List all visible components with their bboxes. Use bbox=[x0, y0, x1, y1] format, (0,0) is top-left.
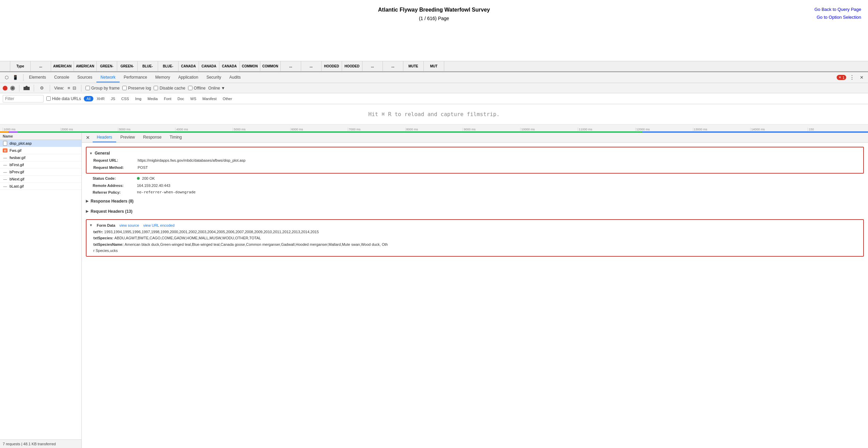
close-devtools-icon[interactable]: ✕ bbox=[858, 74, 865, 81]
page-icon bbox=[3, 141, 7, 146]
remote-address-value: 164.159.202.40:443 bbox=[137, 183, 170, 189]
view-url-encoded-link[interactable]: view URL encoded bbox=[143, 223, 174, 227]
group-by-frame-text: Group by frame bbox=[91, 86, 120, 91]
preserve-log-label[interactable]: Preserve log bbox=[122, 86, 151, 91]
filter-button[interactable]: ⚙ bbox=[38, 84, 46, 92]
tab-preview[interactable]: Preview bbox=[116, 133, 139, 142]
dash-icon: — bbox=[3, 184, 7, 188]
tree-view-icon[interactable]: ⊟ bbox=[72, 85, 77, 91]
view-source-link[interactable]: view source bbox=[119, 223, 139, 227]
chip-doc[interactable]: Doc bbox=[175, 96, 187, 101]
form-txtyr: txtYr: 1993,1994,1995,1996,1997,1998,199… bbox=[93, 229, 861, 235]
response-headers-title: Response Headers (8) bbox=[91, 199, 134, 204]
form-data-header[interactable]: ▼ Form Data view source view URL encoded bbox=[89, 222, 861, 229]
gif-icon-fws: 🖼 bbox=[3, 148, 7, 153]
form-txtspeciesname: txtSpeciesName: American black duck,Gree… bbox=[93, 241, 861, 248]
referrer-policy-value: no-referrer-when-downgrade bbox=[137, 190, 196, 195]
list-item[interactable]: — fwsbar.gif bbox=[0, 154, 81, 161]
error-x-icon: ✕ bbox=[838, 75, 841, 80]
chip-manifest[interactable]: Manifest bbox=[200, 96, 219, 101]
tl-14000: 14000 ms bbox=[750, 128, 808, 131]
more-options-icon[interactable]: ⋮ bbox=[848, 74, 856, 81]
chip-js[interactable]: JS bbox=[108, 96, 118, 101]
chip-xhr[interactable]: XHR bbox=[94, 96, 107, 101]
col-hooded1: HOODED bbox=[322, 61, 342, 71]
tab-memory[interactable]: Memory bbox=[151, 73, 174, 82]
tl-12000: 12000 ms bbox=[635, 128, 693, 131]
tab-network[interactable]: Network bbox=[96, 73, 120, 82]
col-common1: COMMON bbox=[240, 61, 260, 71]
hide-data-urls-label[interactable]: Hide data URLs bbox=[46, 96, 81, 101]
group-by-frame-label[interactable]: Group by frame bbox=[86, 86, 120, 91]
form-txtspecies-key: txtSpecies: bbox=[93, 236, 114, 240]
network-toolbar: ⚙ View: ≡ ⊟ Group by frame Preserve log … bbox=[0, 83, 868, 93]
chip-other[interactable]: Other bbox=[220, 96, 235, 101]
tl-1000: 1000 ms bbox=[3, 128, 60, 131]
chip-css[interactable]: CSS bbox=[119, 96, 132, 101]
request-url-value: https://migbirdapps.fws.gov/mbdc/databas… bbox=[138, 158, 246, 163]
general-section-header[interactable]: ▼ General bbox=[89, 149, 861, 157]
tab-response[interactable]: Response bbox=[139, 133, 166, 142]
tab-console[interactable]: Console bbox=[50, 73, 73, 82]
tl-7000: 7000 ms bbox=[348, 128, 405, 131]
camera-icon[interactable] bbox=[24, 86, 30, 91]
tl-4000: 4000 ms bbox=[175, 128, 233, 131]
tab-audits[interactable]: Audits bbox=[225, 73, 245, 82]
col-american1: AMERICAN bbox=[51, 61, 74, 71]
tab-headers[interactable]: Headers bbox=[93, 133, 116, 142]
list-item[interactable]: — bLast.gif bbox=[0, 183, 81, 190]
page-content: Atlantic Flyway Breeding Waterfowl Surve… bbox=[0, 0, 868, 61]
list-item[interactable]: — bFirst.gif bbox=[0, 161, 81, 169]
offline-label[interactable]: Offline bbox=[188, 86, 205, 91]
tab-performance[interactable]: Performance bbox=[120, 73, 151, 82]
request-name: disp_plot.asp bbox=[10, 141, 32, 145]
disable-cache-checkbox[interactable] bbox=[154, 86, 158, 90]
record-button[interactable] bbox=[3, 86, 7, 91]
disable-cache-label[interactable]: Disable cache bbox=[154, 86, 185, 91]
link-option-selection[interactable]: Go to Option Selection bbox=[815, 15, 861, 20]
tab-timing[interactable]: Timing bbox=[166, 133, 186, 142]
device-toolbar-icon[interactable]: 📱 bbox=[12, 74, 19, 81]
chip-ws[interactable]: WS bbox=[188, 96, 199, 101]
details-panel: ✕ Headers Preview Response Timing ▼ Gene… bbox=[82, 133, 868, 448]
hide-data-urls-checkbox[interactable] bbox=[46, 96, 51, 101]
stop-button[interactable] bbox=[10, 86, 15, 91]
timeline-orange bbox=[0, 131, 9, 133]
online-text: Online bbox=[208, 86, 220, 91]
group-by-frame-checkbox[interactable] bbox=[86, 86, 90, 90]
preserve-log-checkbox[interactable] bbox=[122, 86, 127, 90]
filter-input[interactable] bbox=[3, 95, 44, 102]
link-back-to-query[interactable]: Go Back to Query Page bbox=[815, 7, 861, 12]
form-txtspeciesname-val: American black duck,Green-winged teal,Bl… bbox=[125, 242, 388, 246]
chip-all[interactable]: All bbox=[84, 96, 93, 101]
status-code-text: 200 OK bbox=[142, 176, 155, 180]
requests-footer: 7 requests | 48.1 KB transferred bbox=[0, 439, 81, 448]
offline-checkbox[interactable] bbox=[188, 86, 192, 90]
tab-security[interactable]: Security bbox=[202, 73, 225, 82]
chip-img[interactable]: Img bbox=[133, 96, 144, 101]
list-item[interactable]: 🖼 Fws.gif bbox=[0, 147, 81, 154]
col-blue1: BLUE- bbox=[138, 61, 158, 71]
requests-panel: Name disp_plot.asp 🖼 Fws.gif — bbox=[0, 133, 82, 448]
tab-sources[interactable]: Sources bbox=[73, 73, 96, 82]
list-item[interactable]: — bPrev.gif bbox=[0, 169, 81, 176]
tab-application[interactable]: Application bbox=[174, 73, 202, 82]
cursor-icon[interactable]: ⬡ bbox=[3, 74, 10, 81]
tab-elements[interactable]: Elements bbox=[25, 73, 50, 82]
chip-font[interactable]: Font bbox=[161, 96, 174, 101]
close-detail-button[interactable]: ✕ bbox=[84, 133, 91, 142]
list-item[interactable]: disp_plot.asp bbox=[0, 140, 81, 147]
general-extra-fields: Status Code: 200 OK Remote Address: 164.… bbox=[86, 175, 864, 196]
form-txtspecies: txtSpecies: ABDU,AGWT,BWTE,CAGO,COME,GAD… bbox=[93, 235, 861, 241]
detail-row-status: Status Code: 200 OK bbox=[93, 175, 864, 182]
error-count: 1 bbox=[842, 76, 844, 80]
chip-media[interactable]: Media bbox=[145, 96, 160, 101]
response-headers-header[interactable]: ▶ Response Headers (8) bbox=[86, 197, 864, 205]
toolbar-divider2 bbox=[19, 85, 19, 92]
list-item[interactable]: — bNext.gif bbox=[0, 176, 81, 183]
request-headers-header[interactable]: ▶ Request Headers (13) bbox=[86, 208, 864, 215]
request-headers-arrow-icon: ▶ bbox=[86, 209, 89, 213]
list-view-icon[interactable]: ≡ bbox=[67, 85, 71, 91]
status-code-value: 200 OK bbox=[137, 176, 155, 181]
online-dropdown[interactable]: Online ▼ bbox=[208, 86, 225, 91]
